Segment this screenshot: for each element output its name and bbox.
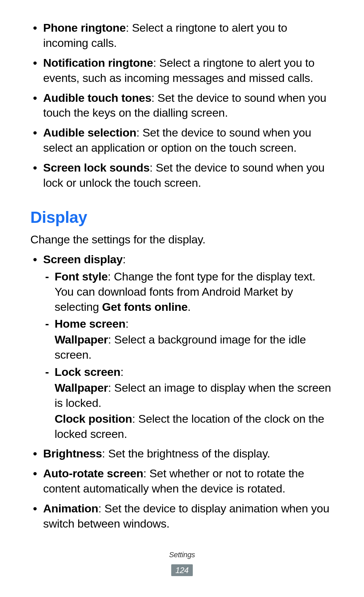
colon: : [125,317,128,330]
colon: : [123,253,126,266]
term: Phone ringtone [43,21,126,34]
term: Screen lock sounds [43,161,150,174]
list-item: Audible touch tones: Set the device to s… [30,90,334,121]
wallpaper-term: Wallpaper [55,381,108,394]
sound-settings-list: Phone ringtone: Select a ringtone to ale… [30,20,334,190]
bold-tail: Get fonts online [102,300,188,313]
home-screen-item: Home screen: Wallpaper: Select a backgro… [43,316,334,362]
term: Lock screen [55,365,120,378]
list-item: Audible selection: Set the device to sou… [30,125,334,155]
list-item: Screen lock sounds: Set the device to so… [30,160,334,190]
screen-display-sublist: Font style: Change the font type for the… [43,269,334,442]
clock-position-line: Clock position: Select the location of t… [55,411,334,442]
desc: : Set the brightness of the display. [102,447,270,460]
list-item: Notification ringtone: Select a ringtone… [30,55,334,86]
term: Screen display [43,253,123,266]
term: Notification ringtone [43,56,153,69]
lock-screen-item: Lock screen: Wallpaper: Select an image … [43,364,334,441]
display-settings-list: Screen display: Font style: Change the f… [30,252,334,531]
page: Phone ringtone: Select a ringtone to ale… [0,0,364,597]
animation-item: Animation: Set the device to display ani… [30,501,334,531]
auto-rotate-item: Auto-rotate screen: Set whether or not t… [30,466,334,496]
font-style-item: Font style: Change the font type for the… [43,269,334,315]
home-wallpaper-line: Wallpaper: Select a background image for… [55,332,334,362]
period: . [188,300,191,313]
lock-wallpaper-line: Wallpaper: Select an image to display wh… [55,380,334,411]
brightness-item: Brightness: Set the brightness of the di… [30,446,334,461]
term: Audible selection [43,126,136,139]
clock-term: Clock position [55,412,132,425]
page-number-badge: 124 [171,564,192,576]
term: Auto-rotate screen [43,467,143,480]
page-footer: Settings 124 [0,550,364,577]
term: Brightness [43,447,102,460]
colon: : [120,365,123,378]
term: Animation [43,502,98,515]
display-intro: Change the settings for the display. [30,232,334,247]
footer-section-label: Settings [0,550,364,560]
wallpaper-term: Wallpaper [55,333,108,346]
screen-display-item: Screen display: Font style: Change the f… [30,252,334,442]
list-item: Phone ringtone: Select a ringtone to ale… [30,20,334,51]
display-heading: Display [30,207,334,228]
term: Home screen [55,317,125,330]
term: Font style [55,270,108,283]
term: Audible touch tones [43,91,151,104]
